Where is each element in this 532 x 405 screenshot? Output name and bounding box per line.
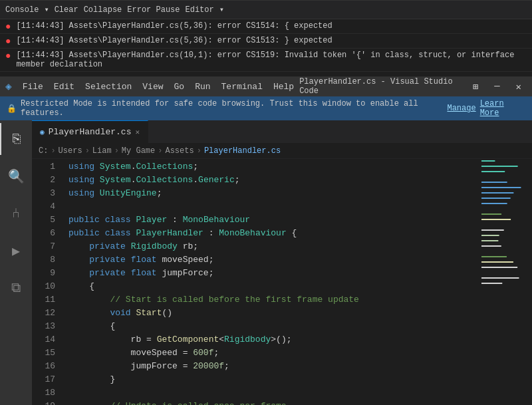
code-line[interactable] xyxy=(68,200,479,213)
line-number: 3 xyxy=(32,187,55,200)
error-icon: ● xyxy=(5,37,11,46)
line-number: 13 xyxy=(32,320,55,333)
breadcrumb: C:›Users›Liam›My Game›Assets›PlayerHandl… xyxy=(32,144,532,159)
code-line[interactable]: // Start is called before the first fram… xyxy=(68,293,479,307)
line-number: 8 xyxy=(32,253,55,267)
restricted-message: Restricted Mode is intended for safe cod… xyxy=(21,99,443,118)
manage-link[interactable]: Manage xyxy=(447,104,475,113)
menu-item-edit[interactable]: Edit xyxy=(49,79,80,94)
restricted-mode-bar: 🔒 Restricted Mode is intended for safe c… xyxy=(0,96,532,120)
menu-item-go[interactable]: Go xyxy=(169,79,190,94)
learn-more-link[interactable]: Learn More xyxy=(480,99,525,118)
breadcrumb-sep: › xyxy=(197,146,201,156)
line-number: 7 xyxy=(32,240,55,253)
minimap xyxy=(479,159,532,405)
breadcrumb-part[interactable]: C: xyxy=(39,146,48,156)
breadcrumb-part[interactable]: Liam xyxy=(92,146,112,156)
debug-icon[interactable]: ▶ xyxy=(0,235,32,267)
editor-area: 1234567891011121314151617181920212223242… xyxy=(32,159,532,405)
line-number: 11 xyxy=(32,293,55,307)
code-line[interactable]: using System.Collections; xyxy=(68,160,479,174)
file-icon: ◉ xyxy=(40,128,45,136)
code-line[interactable]: jumpForce = 20000f; xyxy=(68,360,479,373)
extensions-icon[interactable]: ⧉ xyxy=(0,272,32,304)
files-icon[interactable]: ⎘ xyxy=(0,123,32,155)
code-line[interactable]: using System.Collections.Generic; xyxy=(68,174,479,187)
code-line[interactable]: void Start() xyxy=(68,307,479,320)
code-line[interactable]: } xyxy=(68,373,479,386)
error-text: [11:44:43] Assets\PlayerHandler.cs(5,36)… xyxy=(16,36,332,45)
tab-bar: ◉ PlayerHandler.cs ✕ xyxy=(32,120,532,144)
editor-container: ◈ FileEditSelectionViewGoRunTerminalHelp… xyxy=(0,76,532,405)
line-number: 12 xyxy=(32,307,55,320)
line-numbers: 1234567891011121314151617181920212223242… xyxy=(32,159,62,405)
menu-item-terminal[interactable]: Terminal xyxy=(216,79,268,94)
line-number: 17 xyxy=(32,373,55,386)
code-line[interactable]: { xyxy=(68,320,479,333)
menu-item-help[interactable]: Help xyxy=(268,79,299,94)
line-number: 4 xyxy=(32,200,55,213)
code-line[interactable]: private float jumpForce; xyxy=(68,267,479,280)
search-icon[interactable]: 🔍 xyxy=(0,160,32,192)
menubar: ◈ FileEditSelectionViewGoRunTerminalHelp… xyxy=(0,76,532,96)
code-line[interactable] xyxy=(68,386,479,400)
code-line[interactable]: private Rigidbody rb; xyxy=(68,240,479,253)
line-number: 18 xyxy=(32,386,55,400)
code-line[interactable]: rb = GetComponent<Rigidbody>(); xyxy=(68,333,479,346)
code-line[interactable]: public class Player : MonoBehaviour xyxy=(68,213,479,227)
activity-bar: ⎘🔍⑃▶⧉ xyxy=(0,120,32,405)
breadcrumb-part[interactable]: Assets xyxy=(165,146,194,156)
breadcrumb-sep: › xyxy=(51,146,55,156)
code-line[interactable]: { xyxy=(68,280,479,293)
breadcrumb-part[interactable]: Users xyxy=(59,146,82,156)
tab-close-button[interactable]: ✕ xyxy=(135,128,140,136)
tab-label: PlayerHandler.cs xyxy=(49,127,132,137)
console-error-entry: ●[11:44:43] Assets\PlayerHandler.cs(10,1… xyxy=(0,49,532,72)
editor-button[interactable]: Editor xyxy=(186,5,214,15)
error-icon: ● xyxy=(5,22,11,31)
title-bar-right: PlayerHandler.cs - Visual Studio Code ⊞ … xyxy=(299,77,527,96)
code-line[interactable]: moveSpeed = 600f; xyxy=(68,346,479,360)
console-error-entry: ●[11:44:43] Assets\PlayerHandler.cs(5,36… xyxy=(0,34,532,49)
line-number: 19 xyxy=(32,400,55,405)
main-area: ⎘🔍⑃▶⧉ ◉ PlayerHandler.cs ✕ C:›Users›Liam… xyxy=(0,120,532,405)
vscode-logo: ◈ xyxy=(5,80,12,93)
menu-item-file[interactable]: File xyxy=(17,79,49,94)
lock-icon: 🔒 xyxy=(7,104,17,114)
line-number: 14 xyxy=(32,333,55,346)
menu-item-view[interactable]: View xyxy=(137,79,168,94)
breadcrumb-part: PlayerHandler.cs xyxy=(204,146,281,156)
source-control-icon[interactable]: ⑃ xyxy=(0,198,32,229)
code-line[interactable]: using UnityEngine; xyxy=(68,187,479,200)
layout-icon[interactable]: ⊞ xyxy=(467,81,483,92)
console-panel: Console ▾ Clear Collapse Error Pause Edi… xyxy=(0,0,532,76)
line-number: 10 xyxy=(32,280,55,293)
menu-item-selection[interactable]: Selection xyxy=(80,79,137,94)
breadcrumb-sep: › xyxy=(85,146,90,156)
breadcrumb-part[interactable]: My Game xyxy=(122,146,155,156)
close-button[interactable]: ✕ xyxy=(511,81,527,92)
clear-button[interactable]: Clear xyxy=(55,5,78,15)
line-number: 6 xyxy=(32,227,55,240)
line-number: 5 xyxy=(32,213,55,227)
console-entries: ●[11:44:43] Assets\PlayerHandler.cs(5,36… xyxy=(0,19,532,72)
collapse-button[interactable]: Collapse xyxy=(84,5,122,15)
line-number: 2 xyxy=(32,174,55,187)
minimize-button[interactable]: ─ xyxy=(489,81,505,92)
tab-playerhandler[interactable]: ◉ PlayerHandler.cs ✕ xyxy=(32,120,148,144)
code-line[interactable]: private float moveSpeed; xyxy=(68,253,479,267)
code-content[interactable]: using System.Collections;using System.Co… xyxy=(62,159,479,405)
line-number: 1 xyxy=(32,160,55,174)
code-editor[interactable]: 1234567891011121314151617181920212223242… xyxy=(32,159,532,405)
error-text: [11:44:43] Assets\PlayerHandler.cs(10,1)… xyxy=(16,51,527,69)
window-title: PlayerHandler.cs - Visual Studio Code xyxy=(299,77,462,96)
error-pause-button[interactable]: Error Pause xyxy=(127,5,180,15)
menu-item-run[interactable]: Run xyxy=(190,79,215,94)
console-title: Console xyxy=(5,5,39,15)
code-line[interactable]: // Update is called once per frame xyxy=(68,400,479,405)
code-line[interactable]: public class PlayerHandler : MonoBehavio… xyxy=(68,227,479,240)
breadcrumb-sep: › xyxy=(158,146,162,156)
line-number: 9 xyxy=(32,267,55,280)
menu-items: FileEditSelectionViewGoRunTerminalHelp xyxy=(17,79,300,94)
error-text: [11:44:43] Assets\PlayerHandler.cs(5,36)… xyxy=(16,21,332,31)
